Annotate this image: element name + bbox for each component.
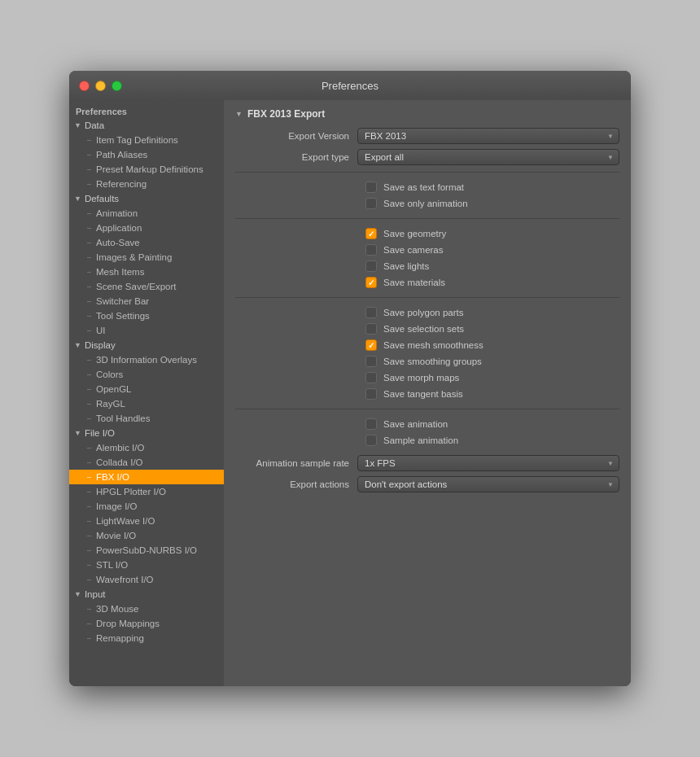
- checkbox-sample-animation[interactable]: [365, 435, 377, 446]
- sidebar-item-ui[interactable]: –UI: [69, 323, 224, 338]
- checkbox-save-tangent-basis[interactable]: [365, 388, 377, 400]
- animation-sample-rate-select-wrapper: 1x FPS: [357, 455, 619, 471]
- checkbox-row-save-animation: Save animation: [235, 416, 619, 432]
- sidebar-group-input[interactable]: ▼ Input: [69, 587, 224, 602]
- checkbox-save-text-format[interactable]: [365, 182, 377, 193]
- sidebar-item-path-aliases[interactable]: –Path Aliases: [69, 147, 224, 162]
- sidebar-item-application[interactable]: –Application: [69, 221, 224, 235]
- dot-icon: –: [87, 253, 91, 261]
- sidebar-item-hpgl-plotter-io[interactable]: –HPGL Plotter I/O: [69, 484, 224, 499]
- checkbox-label-save-selection-sets: Save selection sets: [383, 324, 464, 334]
- dot-icon: –: [87, 209, 91, 217]
- checkbox-save-materials[interactable]: [365, 277, 377, 288]
- minimize-button[interactable]: [95, 81, 106, 91]
- sidebar-item-lightwave-io[interactable]: –LightWave I/O: [69, 514, 224, 528]
- sidebar-item-raygl[interactable]: –RayGL: [69, 396, 224, 411]
- animation-sample-rate-select[interactable]: 1x FPS: [357, 455, 619, 471]
- separator-1: [235, 172, 619, 173]
- checkbox-save-selection-sets[interactable]: [365, 323, 377, 335]
- dot-icon: –: [87, 634, 91, 642]
- dot-icon: –: [87, 444, 91, 452]
- checkbox-row-save-text-format: Save as text format: [235, 179, 619, 195]
- sidebar-item-alembic-io[interactable]: –Alembic I/O: [69, 440, 224, 455]
- checkbox-save-only-animation[interactable]: [365, 198, 377, 209]
- checkbox-row-save-morph-maps: Save morph maps: [235, 370, 619, 386]
- checkbox-save-animation[interactable]: [365, 418, 377, 430]
- sidebar-item-referencing[interactable]: –Referencing: [69, 177, 224, 191]
- sidebar-group-data-label: Data: [85, 120, 104, 130]
- sidebar-item-animation[interactable]: –Animation: [69, 206, 224, 221]
- checkbox-save-polygon-parts[interactable]: [365, 307, 377, 318]
- dot-icon: –: [87, 502, 91, 510]
- sidebar-item-collada-io[interactable]: –Collada I/O: [69, 455, 224, 470]
- sidebar-group-data[interactable]: ▼ Data: [69, 118, 224, 133]
- sidebar-item-remapping[interactable]: –Remapping: [69, 631, 224, 645]
- animation-sample-rate-label: Animation sample rate: [235, 458, 357, 468]
- sidebar-item-movie-io[interactable]: –Movie I/O: [69, 528, 224, 543]
- sidebar-item-preset-markup-definitions[interactable]: –Preset Markup Definitions: [69, 162, 224, 177]
- separator-4: [235, 409, 619, 409]
- checkbox-save-cameras[interactable]: [365, 244, 377, 256]
- checkbox-row-save-tangent-basis: Save tangent basis: [235, 386, 619, 402]
- maximize-button[interactable]: [112, 81, 122, 91]
- export-actions-select[interactable]: Don't export actions: [357, 476, 619, 492]
- sidebar-item-auto-save[interactable]: –Auto-Save: [69, 235, 224, 250]
- main-panel: ▼ FBX 2013 Export Export Version FBX 201…: [224, 100, 631, 686]
- checkbox-save-morph-maps[interactable]: [365, 372, 377, 383]
- sidebar-item-colors[interactable]: –Colors: [69, 367, 224, 382]
- sidebar-group-defaults[interactable]: ▼ Defaults: [69, 191, 224, 206]
- section-header: ▼ FBX 2013 Export: [235, 108, 619, 120]
- checkbox-label-save-only-animation: Save only animation: [383, 199, 468, 208]
- checkbox-save-lights[interactable]: [365, 260, 377, 272]
- dot-icon: –: [87, 151, 91, 159]
- dot-icon: –: [87, 400, 91, 408]
- dot-icon: –: [87, 414, 91, 422]
- checkbox-row-save-geometry: Save geometry: [235, 225, 619, 242]
- animation-sample-rate-row: Animation sample rate 1x FPS: [235, 455, 619, 471]
- dot-icon: –: [87, 546, 91, 554]
- checkbox-label-save-morph-maps: Save morph maps: [383, 373, 459, 383]
- sidebar-item-3d-overlays[interactable]: –3D Information Overlays: [69, 352, 224, 367]
- sidebar-group-file-io[interactable]: ▼ File I/O: [69, 426, 224, 440]
- sidebar-item-switcher-bar[interactable]: –Switcher Bar: [69, 294, 224, 308]
- export-version-select[interactable]: FBX 2013: [357, 128, 619, 144]
- sidebar-item-images-painting[interactable]: –Images & Painting: [69, 250, 224, 265]
- sidebar-item-item-tag-definitions[interactable]: –Item Tag Definitions: [69, 133, 224, 147]
- export-type-label: Export type: [235, 152, 357, 162]
- section-title: FBX 2013 Export: [247, 108, 325, 120]
- window-body: Preferences ▼ Data –Item Tag Definitions…: [69, 100, 631, 686]
- window-title: Preferences: [322, 80, 378, 92]
- checkbox-save-mesh-smoothness[interactable]: [365, 339, 377, 351]
- dot-icon: –: [87, 458, 91, 466]
- sidebar-item-fbx-io[interactable]: –FBX I/O: [69, 470, 224, 484]
- sidebar-item-mesh-items[interactable]: –Mesh Items: [69, 265, 224, 279]
- checkbox-label-save-text-format: Save as text format: [383, 182, 464, 192]
- sidebar-group-input-label: Input: [85, 589, 106, 599]
- sidebar-item-opengl[interactable]: –OpenGL: [69, 382, 224, 396]
- sidebar-item-scene-save-export[interactable]: –Scene Save/Export: [69, 279, 224, 294]
- export-actions-row: Export actions Don't export actions: [235, 476, 619, 492]
- dot-icon: –: [87, 619, 91, 628]
- dot-icon: –: [87, 517, 91, 525]
- arrow-icon: ▼: [74, 429, 81, 437]
- sidebar-item-tool-handles[interactable]: –Tool Handles: [69, 411, 224, 426]
- sidebar-item-tool-settings[interactable]: –Tool Settings: [69, 308, 224, 323]
- sidebar-item-stl-io[interactable]: –STL I/O: [69, 558, 224, 572]
- sidebar-item-powersubd-nurbs-io[interactable]: –PowerSubD-NURBS I/O: [69, 543, 224, 558]
- sidebar-group-display[interactable]: ▼ Display: [69, 338, 224, 352]
- export-version-row: Export Version FBX 2013: [235, 128, 619, 144]
- checkbox-label-save-mesh-smoothness: Save mesh smoothness: [383, 340, 483, 350]
- checkbox-label-save-tangent-basis: Save tangent basis: [383, 389, 463, 399]
- sidebar-item-3d-mouse[interactable]: –3D Mouse: [69, 602, 224, 616]
- checkbox-save-smoothing-groups[interactable]: [365, 356, 377, 367]
- checkbox-save-geometry[interactable]: [365, 228, 377, 239]
- sidebar-item-drop-mappings[interactable]: –Drop Mappings: [69, 616, 224, 631]
- checkbox-label-save-cameras: Save cameras: [383, 245, 444, 255]
- checkbox-label-save-animation: Save animation: [383, 419, 448, 429]
- sidebar-item-image-io[interactable]: –Image I/O: [69, 499, 224, 514]
- checkbox-row-save-polygon-parts: Save polygon parts: [235, 304, 619, 321]
- checkbox-label-save-smoothing-groups: Save smoothing groups: [383, 357, 482, 366]
- close-button[interactable]: [79, 81, 90, 91]
- export-type-select[interactable]: Export all: [357, 149, 619, 165]
- sidebar-item-wavefront-io[interactable]: –Wavefront I/O: [69, 572, 224, 587]
